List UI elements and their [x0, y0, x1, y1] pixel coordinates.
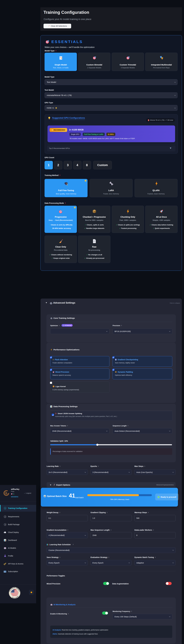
- svg-text:E: E: [6, 492, 7, 494]
